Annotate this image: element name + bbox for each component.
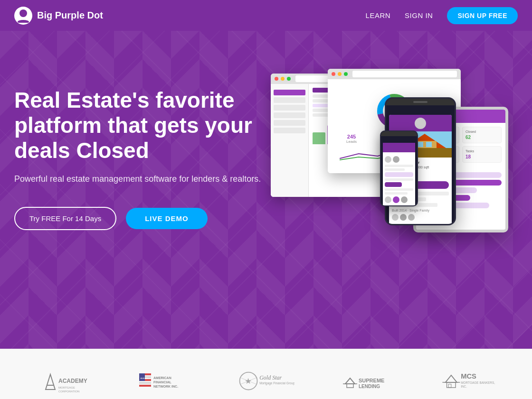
live-demo-button[interactable]: LIVE DEMO — [126, 208, 208, 229]
svg-text:INC.: INC. — [461, 385, 467, 388]
svg-text:ACADEMY: ACADEMY — [58, 378, 87, 384]
logo-mcs: MCS MORTGAGE BANKERS, INC. — [439, 368, 496, 394]
logos-section: ACADEMY MORTGAGE CORPORATION ★★★★ AMERIC… — [0, 349, 532, 399]
svg-text:SUPREME: SUPREME — [359, 378, 384, 383]
svg-text:MORTGAGE BANKERS,: MORTGAGE BANKERS, — [461, 381, 495, 384]
small-phone-header — [383, 143, 415, 152]
logo-text: Big Purple Dot — [37, 10, 103, 21]
tablet-card-2: Closed 62 — [462, 127, 502, 143]
sidebar-item-1 — [274, 90, 305, 95]
agent-avatars — [392, 214, 449, 221]
hero-subtitle: Powerful real estate management software… — [14, 173, 261, 186]
svg-rect-21 — [139, 385, 151, 387]
mockup-container: 396 245 Leads 89 Active 62 Cl — [271, 69, 508, 268]
svg-text:Gold Star: Gold Star — [259, 374, 282, 381]
logo-supreme: SUPREME LENDING — [338, 368, 395, 394]
learn-link[interactable]: LEARN — [366, 11, 391, 19]
small-phone-content — [383, 152, 415, 206]
browser-dot-yellow — [281, 77, 285, 81]
logo[interactable]: Big Purple Dot — [14, 7, 103, 25]
navbar: Big Purple Dot LEARN SIGN IN SIGN UP FRE… — [0, 0, 532, 31]
hero-left: Real Estate's favorite platform that get… — [14, 69, 261, 230]
signup-button[interactable]: SIGN UP FREE — [447, 7, 518, 24]
svg-marker-12 — [46, 374, 55, 390]
svg-text:AMERICAN: AMERICAN — [153, 376, 171, 380]
tablet-card-4: Tasks 18 — [462, 146, 502, 163]
svg-rect-10 — [418, 142, 423, 147]
stat-leads: 245 Leads — [332, 134, 370, 144]
svg-rect-40 — [448, 384, 451, 388]
hero-buttons: Try FREE For 14 Days LIVE DEMO — [14, 207, 261, 230]
sidebar-item-6 — [274, 128, 305, 133]
mobile-top — [386, 99, 455, 105]
nav-links: LEARN SIGN IN SIGN UP FREE — [366, 7, 518, 24]
svg-text:LENDING: LENDING — [359, 384, 380, 389]
browser-bar-analytics — [328, 69, 461, 79]
logo-afn: ★★★★ AMERICAN FINANCIAL NETWORK INC. — [137, 368, 194, 394]
browser-dot-red — [275, 77, 278, 81]
url-bar-analytics — [352, 71, 457, 77]
sidebar-item-3 — [274, 105, 305, 111]
hero-section: Real Estate's favorite platform that get… — [0, 31, 532, 349]
small-phone-mockup — [380, 130, 418, 206]
svg-point-1 — [18, 20, 29, 23]
svg-rect-20 — [139, 382, 151, 384]
logo-academy: ACADEMY MORTGAGE CORPORATION — [36, 368, 93, 394]
mobile-header — [389, 115, 452, 131]
free-trial-button[interactable]: Try FREE For 14 Days — [14, 207, 116, 230]
svg-text:MCS: MCS — [461, 372, 476, 380]
dash-sidebar — [271, 84, 309, 197]
hero-right: 396 245 Leads 89 Active 62 Cl — [261, 69, 518, 273]
svg-rect-34 — [347, 384, 353, 388]
svg-text:★★★★: ★★★★ — [140, 377, 148, 380]
sidebar-item-4 — [274, 112, 305, 118]
svg-marker-33 — [345, 378, 355, 384]
svg-point-0 — [19, 9, 27, 17]
svg-rect-11 — [426, 142, 432, 147]
svg-text:CORPORATION: CORPORATION — [58, 390, 79, 393]
hero-title: Real Estate's favorite platform that get… — [14, 88, 261, 163]
svg-text:FINANCIAL: FINANCIAL — [153, 380, 171, 384]
sidebar-item-5 — [274, 120, 305, 126]
browser-dot-green — [287, 77, 291, 81]
logo-icon — [14, 7, 32, 25]
svg-marker-38 — [446, 375, 457, 382]
mobile-avatar — [415, 118, 426, 129]
small-phone-screen — [383, 143, 415, 206]
svg-text:NETWORK INC.: NETWORK INC. — [153, 385, 178, 388]
logo-goldstar: ★ Gold Star Mortgage Financial Group — [238, 368, 294, 394]
svg-text:MORTGAGE: MORTGAGE — [58, 386, 75, 389]
svg-text:Mortgage Financial Group: Mortgage Financial Group — [259, 381, 294, 385]
signin-link[interactable]: SIGN IN — [405, 11, 433, 19]
sidebar-item-2 — [274, 97, 305, 103]
